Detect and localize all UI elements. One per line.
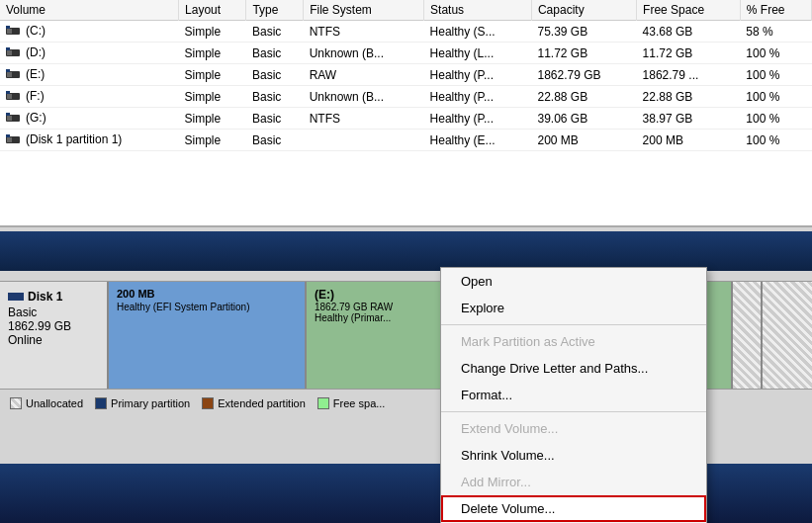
drive-icon [6,134,22,144]
col-capacity: Capacity [531,0,636,21]
svg-rect-10 [7,94,12,99]
disk-label: Disk 1 Basic 1862.99 GB Online [0,282,109,389]
cell-layout: Simple [179,21,246,43]
volumes-table[interactable]: Volume Layout Type File System Status Ca… [0,0,812,151]
cell-volume: (D:) [0,43,179,64]
context-menu-item: Mark Partition as Active [441,328,706,355]
svg-rect-2 [6,26,10,29]
disk-visual-area: Disk 1 Basic 1862.99 GB Online 200 MB He… [0,227,812,523]
cell-capacity: 22.88 GB [531,86,636,108]
cell-status: Healthy (P... [424,86,532,108]
col-freespace: Free Space [637,0,741,21]
drive-icon [6,69,22,79]
cell-pct: 100 % [740,108,811,130]
legend-primary: Primary partition [95,397,190,409]
cell-pct: 100 % [740,43,811,64]
cell-capacity: 75.39 GB [531,21,636,43]
col-status: Status [424,0,532,21]
menu-separator [441,324,706,325]
context-menu-item[interactable]: Delete Volume... [441,495,706,522]
context-menu-item[interactable]: Explore [441,295,706,321]
disk-management-table: Volume Layout Type File System Status Ca… [0,0,812,227]
table-header-row: Volume Layout Type File System Status Ca… [0,0,812,21]
cell-fs: NTFS [304,108,424,130]
cell-type: Basic [246,43,304,64]
partition-efi[interactable]: 200 MB Healthy (EFI System Partition) [109,282,307,389]
drive-icon [6,113,22,123]
cell-type: Basic [246,130,304,151]
cell-layout: Simple [179,64,246,86]
legend-unallocated-box [10,397,22,409]
cell-fs: NTFS [304,21,424,43]
cell-type: Basic [246,108,304,130]
table-row[interactable]: (G:) Simple Basic NTFS Healthy (P... 39.… [0,108,812,130]
cell-volume: (G:) [0,108,179,130]
cell-capacity: 200 MB [531,130,636,151]
top-bar [0,231,812,271]
cell-type: Basic [246,21,304,43]
svg-rect-1 [7,29,12,34]
table-row[interactable]: (Disk 1 partition 1) Simple Basic Health… [0,130,812,151]
context-menu: OpenExploreMark Partition as ActiveChang… [440,267,707,523]
legend-primary-box [95,397,107,409]
svg-rect-4 [7,50,12,55]
table-row[interactable]: (E:) Simple Basic RAW Healthy (P... 1862… [0,64,812,86]
cell-free: 200 MB [637,130,741,151]
legend-free-box [317,397,329,409]
cell-fs: RAW [304,64,424,86]
cell-free: 38.97 GB [637,108,741,130]
cell-pct: 100 % [740,86,811,108]
table-row[interactable]: (D:) Simple Basic Unknown (B... Healthy … [0,43,812,64]
cell-fs: Unknown (B... [304,86,424,108]
cell-capacity: 11.72 GB [531,43,636,64]
unallocated-2 [763,282,812,389]
menu-separator [441,411,706,412]
cell-fs: Unknown (B... [304,43,424,64]
cell-status: Healthy (P... [424,64,532,86]
context-menu-item[interactable]: Shrink Volume... [441,442,706,469]
table-row[interactable]: (F:) Simple Basic Unknown (B... Healthy … [0,86,812,108]
context-menu-item: Extend Volume... [441,415,706,442]
cell-volume: (E:) [0,64,179,86]
cell-layout: Simple [179,108,246,130]
cell-status: Healthy (P... [424,108,532,130]
cell-volume: (F:) [0,86,179,108]
cell-pct: 100 % [740,64,811,86]
cell-type: Basic [246,86,304,108]
cell-free: 11.72 GB [637,43,741,64]
svg-rect-8 [6,69,10,72]
legend-free: Free spa... [317,397,386,409]
cell-layout: Simple [179,86,246,108]
col-filesystem: File System [304,0,424,21]
cell-pct: 100 % [740,130,811,151]
drive-icon [6,47,22,57]
col-type: Type [246,0,304,21]
unallocated-1 [733,282,763,389]
cell-status: Healthy (S... [424,21,532,43]
svg-rect-13 [7,116,12,121]
cell-layout: Simple [179,130,246,151]
col-volume: Volume [0,0,179,21]
col-layout: Layout [179,0,246,21]
context-menu-item[interactable]: Change Drive Letter and Paths... [441,355,706,382]
drive-icon [6,26,22,36]
cell-layout: Simple [179,43,246,64]
cell-free: 43.68 GB [637,21,741,43]
disk-icon [8,293,24,301]
cell-status: Healthy (L... [424,43,532,64]
cell-status: Healthy (E... [424,130,532,151]
cell-volume: (Disk 1 partition 1) [0,130,179,151]
drive-icon [6,91,22,101]
cell-free: 1862.79 ... [637,64,741,86]
cell-pct: 58 % [740,21,811,43]
cell-free: 22.88 GB [637,86,741,108]
svg-rect-11 [6,91,10,94]
svg-rect-7 [7,72,12,77]
cell-volume: (C:) [0,21,179,43]
col-pctfree: % Free [740,0,811,21]
cell-capacity: 1862.79 GB [531,64,636,86]
legend-extended: Extended partition [202,397,306,409]
table-row[interactable]: (C:) Simple Basic NTFS Healthy (S... 75.… [0,21,812,43]
context-menu-item[interactable]: Open [441,268,706,295]
context-menu-item[interactable]: Format... [441,382,706,408]
